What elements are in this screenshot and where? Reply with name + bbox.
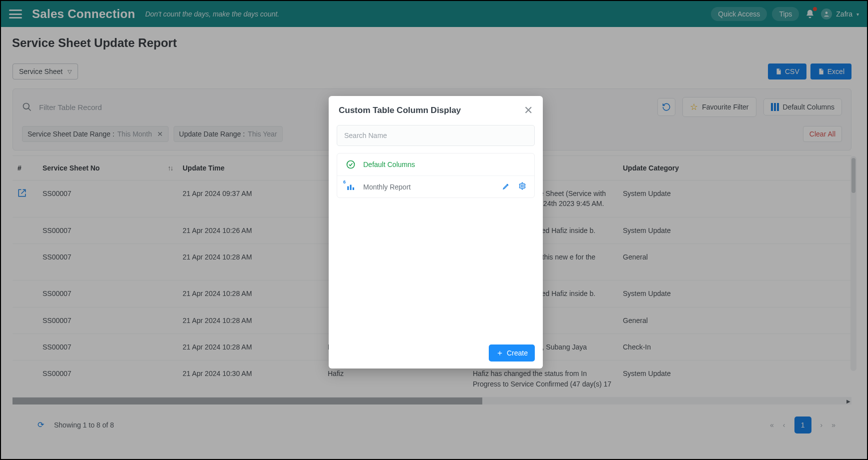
- preset-label: Default Columns: [363, 160, 415, 168]
- column-preset-list: Default Columns 6 Monthly Report: [337, 153, 535, 198]
- preset-monthly-report[interactable]: 6 Monthly Report: [337, 176, 534, 198]
- gear-icon[interactable]: [518, 182, 526, 192]
- check-circle-icon: [345, 160, 356, 170]
- plus-icon: ＋: [496, 349, 504, 357]
- edit-icon[interactable]: [502, 182, 510, 192]
- preset-default-columns[interactable]: Default Columns: [337, 154, 534, 176]
- modal-close-button[interactable]: ✕: [524, 105, 533, 116]
- svg-rect-4: [347, 186, 349, 190]
- column-display-modal: Custom Table Column Display ✕ Default Co…: [329, 96, 543, 368]
- create-button[interactable]: ＋ Create: [489, 344, 535, 362]
- modal-search-input[interactable]: [337, 125, 535, 146]
- create-label: Create: [507, 349, 528, 357]
- badge-count: 6: [343, 180, 346, 184]
- svg-rect-5: [350, 184, 352, 190]
- svg-rect-6: [353, 187, 354, 190]
- svg-point-3: [347, 161, 355, 168]
- modal-title: Custom Table Column Display: [339, 106, 461, 116]
- svg-point-7: [521, 185, 523, 187]
- preset-label: Monthly Report: [363, 183, 411, 191]
- chart-icon: 6: [345, 182, 356, 192]
